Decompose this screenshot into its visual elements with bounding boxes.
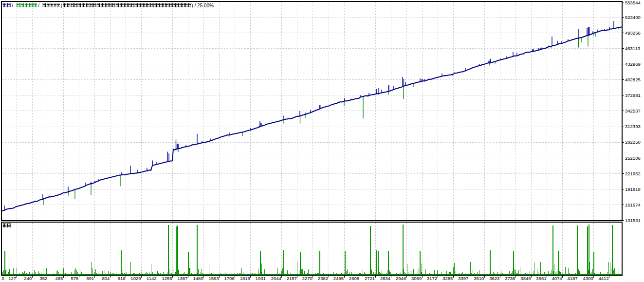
svg-text:1142: 1142 bbox=[147, 276, 156, 281]
svg-text:1931: 1931 bbox=[256, 276, 266, 281]
svg-text:282250: 282250 bbox=[625, 139, 641, 145]
svg-text:1706: 1706 bbox=[224, 276, 235, 281]
svg-text:4187: 4187 bbox=[567, 276, 577, 281]
svg-text:1029: 1029 bbox=[130, 276, 141, 281]
svg-text:3849: 3849 bbox=[520, 276, 531, 281]
svg-text:463113: 463113 bbox=[625, 46, 640, 51]
svg-text:465: 465 bbox=[55, 276, 63, 281]
svg-text:3961: 3961 bbox=[536, 276, 546, 281]
svg-text:2834: 2834 bbox=[380, 276, 390, 281]
svg-text:3510: 3510 bbox=[474, 276, 484, 281]
svg-text:523400: 523400 bbox=[625, 15, 641, 20]
svg-text:493256: 493256 bbox=[625, 30, 641, 36]
svg-text:240: 240 bbox=[24, 276, 32, 281]
svg-text:804: 804 bbox=[102, 276, 110, 281]
svg-text:2721: 2721 bbox=[365, 276, 375, 281]
svg-text:/: / bbox=[38, 3, 39, 8]
svg-text:1255: 1255 bbox=[162, 276, 172, 281]
svg-text:131531: 131531 bbox=[625, 218, 641, 223]
svg-text:4074: 4074 bbox=[552, 276, 562, 281]
svg-text:1593: 1593 bbox=[209, 276, 219, 281]
svg-text:342537: 342537 bbox=[625, 108, 641, 113]
svg-text:3736: 3736 bbox=[505, 276, 515, 281]
svg-text:191818: 191818 bbox=[625, 187, 641, 192]
svg-text:0: 0 bbox=[2, 276, 4, 281]
svg-text:/: / bbox=[12, 3, 13, 8]
svg-text:2270: 2270 bbox=[302, 276, 313, 281]
svg-text:2157: 2157 bbox=[287, 276, 297, 281]
svg-text:553544: 553544 bbox=[625, 0, 641, 5]
svg-text:2382: 2382 bbox=[318, 276, 328, 281]
svg-text:2044: 2044 bbox=[271, 276, 281, 281]
svg-text:) / 25.00%: ) / 25.00% bbox=[191, 3, 214, 8]
svg-text:2946: 2946 bbox=[396, 276, 406, 281]
svg-text:1480: 1480 bbox=[193, 276, 203, 281]
svg-text:352: 352 bbox=[39, 276, 47, 281]
svg-text:3285: 3285 bbox=[442, 276, 453, 281]
svg-text:127: 127 bbox=[8, 276, 16, 281]
svg-text:691: 691 bbox=[87, 276, 94, 281]
svg-text:252106: 252106 bbox=[625, 155, 641, 161]
svg-text:221962: 221962 bbox=[625, 171, 641, 176]
svg-text:2495: 2495 bbox=[333, 276, 344, 281]
svg-text:312393: 312393 bbox=[625, 124, 641, 129]
svg-text:578: 578 bbox=[71, 276, 79, 281]
svg-text:2608: 2608 bbox=[349, 276, 359, 281]
svg-text:402825: 402825 bbox=[625, 77, 641, 82]
svg-text:372681: 372681 bbox=[625, 93, 641, 98]
svg-text:1367: 1367 bbox=[177, 276, 187, 281]
svg-text:3172: 3172 bbox=[427, 276, 437, 281]
svg-text:3623: 3623 bbox=[489, 276, 499, 281]
svg-text:161674: 161674 bbox=[625, 202, 641, 207]
svg-text:4412: 4412 bbox=[599, 276, 609, 281]
svg-text:4300: 4300 bbox=[583, 276, 593, 281]
svg-text:916: 916 bbox=[118, 276, 126, 281]
svg-text:1819: 1819 bbox=[240, 276, 250, 281]
svg-text:3059: 3059 bbox=[411, 276, 422, 281]
svg-text:432969: 432969 bbox=[625, 61, 641, 67]
svg-text:3397: 3397 bbox=[458, 276, 468, 281]
